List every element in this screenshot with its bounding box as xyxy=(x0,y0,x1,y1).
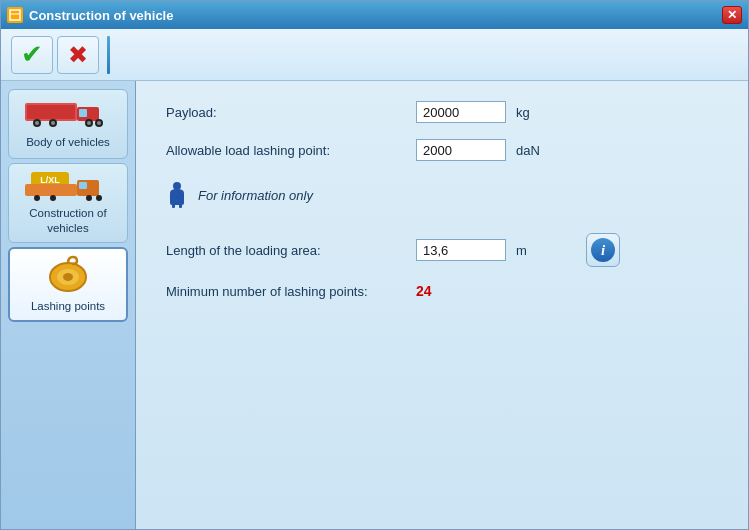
svg-point-22 xyxy=(96,195,102,201)
sidebar: Body of vehicles L/XL xyxy=(1,81,136,529)
svg-point-19 xyxy=(34,195,40,201)
lashing-points-label: Lashing points xyxy=(31,299,105,314)
length-unit: m xyxy=(516,243,556,258)
svg-text:L/XL: L/XL xyxy=(40,175,60,185)
allowable-input[interactable] xyxy=(416,139,506,161)
svg-rect-5 xyxy=(79,109,87,117)
svg-point-11 xyxy=(87,121,91,125)
person-icon xyxy=(166,181,188,209)
length-input[interactable] xyxy=(416,239,506,261)
ok-button[interactable]: ✔ xyxy=(11,36,53,74)
sidebar-item-body-of-vehicles[interactable]: Body of vehicles xyxy=(8,89,128,159)
svg-rect-0 xyxy=(10,10,20,20)
payload-label: Payload: xyxy=(166,105,406,120)
content-panel: Payload: kg Allowable load lashing point… xyxy=(136,81,748,529)
toolbar-divider xyxy=(107,36,110,74)
length-label: Length of the loading area: xyxy=(166,243,406,258)
allowable-load-row: Allowable load lashing point: daN xyxy=(166,139,718,161)
payload-input[interactable] xyxy=(416,101,506,123)
cancel-button[interactable]: ✖ xyxy=(57,36,99,74)
min-lashing-row: Minimum number of lashing points: 24 xyxy=(166,283,718,299)
main-content: Body of vehicles L/XL xyxy=(1,81,748,529)
toolbar: ✔ ✖ xyxy=(1,29,748,81)
x-icon: ✖ xyxy=(68,41,88,69)
svg-rect-3 xyxy=(27,105,75,119)
svg-rect-18 xyxy=(79,182,87,189)
payload-unit: kg xyxy=(516,105,556,120)
body-of-vehicles-label: Body of vehicles xyxy=(26,135,110,150)
allowable-label: Allowable load lashing point: xyxy=(166,143,406,158)
svg-point-25 xyxy=(63,273,73,281)
close-button[interactable]: ✕ xyxy=(722,6,742,24)
payload-row: Payload: kg xyxy=(166,101,718,123)
titlebar: Construction of vehicle ✕ xyxy=(1,1,748,29)
min-lashing-label: Minimum number of lashing points: xyxy=(166,284,406,299)
main-window: Construction of vehicle ✕ ✔ ✖ xyxy=(0,0,749,530)
construction-of-vehicles-label: Construction of vehicles xyxy=(13,206,123,236)
info-button[interactable]: i xyxy=(586,233,620,267)
svg-point-9 xyxy=(51,121,55,125)
svg-point-20 xyxy=(50,195,56,201)
svg-rect-27 xyxy=(172,203,175,208)
svg-point-26 xyxy=(173,182,181,190)
check-icon: ✔ xyxy=(21,39,43,70)
info-circle-icon: i xyxy=(591,238,615,262)
sidebar-item-lashing-points[interactable]: Lashing points xyxy=(8,247,128,322)
lashing-icon xyxy=(43,255,93,295)
svg-point-21 xyxy=(86,195,92,201)
window-title: Construction of vehicle xyxy=(29,8,173,23)
min-lashing-value: 24 xyxy=(416,283,432,299)
length-row: Length of the loading area: m i xyxy=(166,233,718,267)
info-text: For information only xyxy=(198,188,313,203)
info-row: For information only xyxy=(166,177,718,213)
svg-rect-28 xyxy=(179,203,182,208)
construction-truck-icon: L/XL xyxy=(23,170,113,202)
svg-point-13 xyxy=(97,121,101,125)
window-icon xyxy=(7,7,23,23)
truck-icon xyxy=(23,99,113,131)
svg-rect-16 xyxy=(25,184,77,196)
sidebar-item-construction-of-vehicles[interactable]: L/XL Construction of vehicles xyxy=(8,163,128,243)
svg-point-7 xyxy=(35,121,39,125)
allowable-unit: daN xyxy=(516,143,556,158)
